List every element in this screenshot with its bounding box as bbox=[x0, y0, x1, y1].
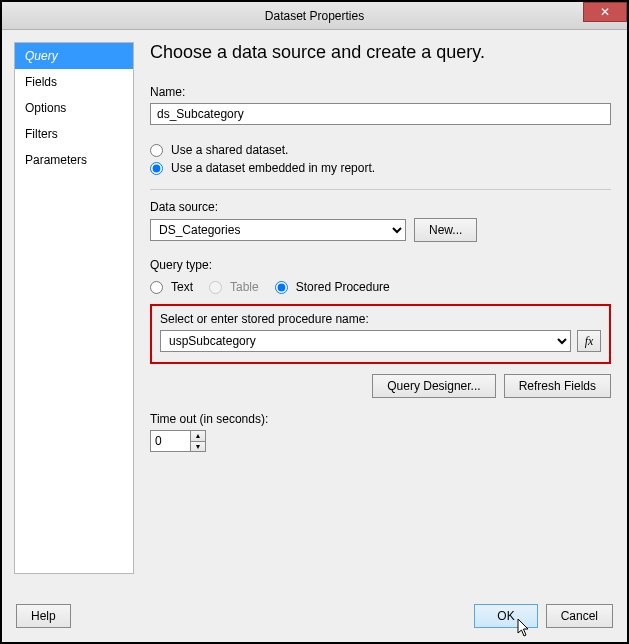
new-datasource-button[interactable]: New... bbox=[414, 218, 477, 242]
querytype-label: Query type: bbox=[150, 258, 611, 272]
page-heading: Choose a data source and create a query. bbox=[150, 42, 611, 63]
querytype-sp-radio[interactable] bbox=[275, 281, 288, 294]
sidebar-item-options[interactable]: Options bbox=[15, 95, 133, 121]
timeout-input[interactable] bbox=[150, 430, 190, 452]
close-button[interactable]: ✕ bbox=[583, 2, 627, 22]
querytype-sp-label: Stored Procedure bbox=[296, 280, 390, 294]
sidebar-item-parameters[interactable]: Parameters bbox=[15, 147, 133, 173]
sp-label: Select or enter stored procedure name: bbox=[160, 312, 601, 326]
sidebar-item-fields[interactable]: Fields bbox=[15, 69, 133, 95]
querytype-text-radio[interactable] bbox=[150, 281, 163, 294]
titlebar: Dataset Properties ✕ bbox=[2, 2, 627, 30]
close-icon: ✕ bbox=[600, 5, 610, 19]
embedded-dataset-radio[interactable] bbox=[150, 162, 163, 175]
timeout-label: Time out (in seconds): bbox=[150, 412, 611, 426]
querytype-table-label: Table bbox=[230, 280, 259, 294]
fx-icon: fx bbox=[585, 334, 594, 349]
sidebar-item-filters[interactable]: Filters bbox=[15, 121, 133, 147]
help-button[interactable]: Help bbox=[16, 604, 71, 628]
datasource-select[interactable]: DS_Categories bbox=[150, 219, 406, 241]
expression-button[interactable]: fx bbox=[577, 330, 601, 352]
timeout-down-button[interactable]: ▼ bbox=[191, 442, 205, 452]
embedded-dataset-label: Use a dataset embedded in my report. bbox=[171, 161, 375, 175]
querytype-table-radio bbox=[209, 281, 222, 294]
datasource-label: Data source: bbox=[150, 200, 611, 214]
ok-button[interactable]: OK bbox=[474, 604, 537, 628]
cancel-button[interactable]: Cancel bbox=[546, 604, 613, 628]
stored-procedure-select[interactable]: uspSubcategory bbox=[160, 330, 571, 352]
chevron-up-icon: ▲ bbox=[195, 432, 202, 439]
name-input[interactable] bbox=[150, 103, 611, 125]
querytype-text-label: Text bbox=[171, 280, 193, 294]
separator bbox=[150, 189, 611, 190]
window-title: Dataset Properties bbox=[265, 9, 364, 23]
stored-procedure-highlight: Select or enter stored procedure name: u… bbox=[150, 304, 611, 364]
timeout-up-button[interactable]: ▲ bbox=[191, 431, 205, 442]
shared-dataset-radio[interactable] bbox=[150, 144, 163, 157]
name-label: Name: bbox=[150, 85, 611, 99]
sidebar-item-query[interactable]: Query bbox=[15, 43, 133, 69]
shared-dataset-label: Use a shared dataset. bbox=[171, 143, 288, 157]
refresh-fields-button[interactable]: Refresh Fields bbox=[504, 374, 611, 398]
sidebar: Query Fields Options Filters Parameters bbox=[14, 42, 134, 574]
timeout-spinner[interactable]: ▲ ▼ bbox=[150, 430, 206, 452]
chevron-down-icon: ▼ bbox=[195, 443, 202, 450]
query-designer-button[interactable]: Query Designer... bbox=[372, 374, 495, 398]
